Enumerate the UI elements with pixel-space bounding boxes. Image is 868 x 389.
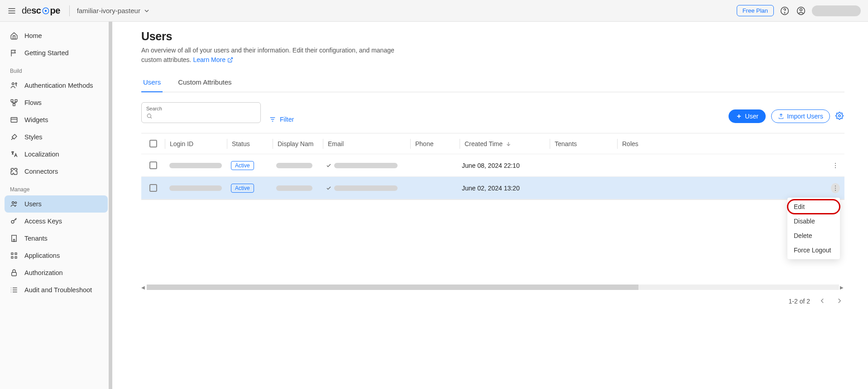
settings-button[interactable] (835, 112, 844, 121)
status-badge: Active (231, 184, 254, 193)
svg-point-37 (147, 114, 151, 117)
chevron-right-icon (835, 297, 844, 305)
col-display-name[interactable]: Display Nam (273, 140, 323, 147)
svg-point-44 (839, 115, 841, 117)
help-icon[interactable] (779, 5, 790, 16)
translate-icon (10, 150, 18, 158)
scroll-left-arrow[interactable]: ◀ (141, 285, 146, 290)
col-status[interactable]: Status (227, 140, 273, 147)
menu-item-delete[interactable]: Delete (787, 228, 840, 243)
logo: desc pe (22, 5, 60, 16)
svg-point-17 (15, 202, 17, 204)
sidebar-item-audit[interactable]: Audit and Troubleshoot (5, 281, 108, 299)
row-checkbox[interactable] (149, 161, 157, 169)
select-all-checkbox[interactable] (149, 140, 157, 147)
sidebar-item-flows[interactable]: Flows (5, 94, 108, 111)
scroll-right-arrow[interactable]: ▶ (840, 285, 844, 290)
widgets-icon (10, 116, 18, 124)
svg-point-6 (784, 12, 785, 13)
svg-rect-12 (15, 100, 17, 102)
free-plan-button[interactable]: Free Plan (737, 5, 774, 16)
tab-custom-attributes[interactable]: Custom Attributes (176, 73, 233, 92)
table-header-row: Login IDStatusDisplay NamEmailPhoneCreat… (141, 133, 844, 154)
table-row[interactable]: ActiveJune 08, 2024 22:10 (141, 154, 844, 177)
table-horizontal-scrollbar[interactable]: ◀ ▶ (141, 284, 844, 290)
sidebar-item-localization[interactable]: Localization (5, 146, 108, 163)
sidebar-item-label: Localization (24, 151, 59, 158)
filter-icon (269, 116, 276, 123)
puzzle-icon (10, 167, 18, 176)
menu-item-disable[interactable]: Disable (787, 214, 840, 228)
tab-users[interactable]: Users (141, 73, 163, 92)
sidebar-section-title: Build (5, 62, 108, 77)
sidebar-item-authorization[interactable]: Authorization (5, 264, 108, 281)
search-input[interactable] (155, 112, 256, 119)
sort-desc-icon (505, 141, 512, 147)
page-title: Users (141, 30, 844, 43)
table-row[interactable]: ActiveJune 02, 2024 13:20EditDisableDele… (141, 177, 844, 199)
apps-icon (10, 251, 18, 260)
filter-button[interactable]: Filter (269, 116, 294, 123)
sidebar-item-tenants[interactable]: Tenants (5, 230, 108, 247)
svg-point-47 (835, 165, 836, 166)
search-input-wrapper: Search (141, 102, 261, 123)
sidebar-item-connectors[interactable]: Connectors (5, 163, 108, 180)
row-actions-button[interactable] (831, 183, 840, 193)
svg-point-4 (45, 10, 46, 11)
col-created-time[interactable]: Created Time (460, 140, 550, 147)
redacted-login-id (169, 185, 222, 191)
sidebar-item-label: Widgets (24, 116, 48, 123)
user-avatar-pill[interactable] (812, 5, 861, 16)
svg-point-16 (12, 202, 14, 204)
more-vertical-icon (832, 185, 839, 192)
sidebar-item-label: Audit and Troubleshoot (24, 286, 92, 294)
import-users-button[interactable]: Import Users (771, 109, 830, 123)
redacted-display-name (276, 163, 312, 168)
svg-point-10 (15, 83, 17, 84)
sidebar-item-getting-started[interactable]: Getting Started (5, 44, 108, 62)
col-roles[interactable]: Roles (618, 140, 826, 147)
learn-more-link[interactable]: Learn More (193, 55, 233, 65)
sidebar-item-auth-methods[interactable]: Authentication Methods (5, 77, 108, 94)
row-actions-button[interactable] (831, 161, 840, 171)
sidebar-item-home[interactable]: Home (5, 27, 108, 44)
add-user-button[interactable]: User (729, 109, 766, 123)
svg-point-50 (835, 187, 836, 188)
search-icon (146, 113, 153, 119)
app-header: desc pe familiar-ivory-pasteur Free Plan (0, 0, 868, 22)
list-icon (10, 286, 18, 294)
sidebar-item-access-keys[interactable]: Access Keys (5, 213, 108, 230)
row-checkbox[interactable] (149, 184, 157, 192)
chevron-left-icon (818, 297, 826, 305)
svg-point-48 (835, 167, 836, 168)
svg-rect-19 (12, 235, 17, 242)
upload-icon (778, 113, 784, 119)
pagination-label: 1-2 of 2 (789, 298, 810, 305)
sidebar-item-users[interactable]: Users (5, 195, 108, 213)
account-icon[interactable] (796, 5, 806, 16)
col-login-id[interactable]: Login ID (165, 140, 227, 147)
prev-page-button[interactable] (818, 297, 827, 306)
flows-icon (10, 99, 18, 107)
sidebar-item-styles[interactable]: Styles (5, 128, 108, 146)
col-phone[interactable]: Phone (411, 140, 460, 147)
sidebar-item-widgets[interactable]: Widgets (5, 111, 108, 128)
svg-rect-24 (14, 239, 15, 242)
next-page-button[interactable] (835, 297, 844, 306)
col-email[interactable]: Email (323, 140, 410, 147)
menu-icon[interactable] (7, 6, 16, 15)
external-link-icon (227, 57, 233, 63)
brush-icon (10, 133, 18, 141)
menu-item-edit[interactable]: Edit (787, 199, 840, 214)
col-tenants[interactable]: Tenants (550, 140, 617, 147)
sidebar-item-applications[interactable]: Applications (5, 247, 108, 264)
project-selector[interactable]: familiar-ivory-pasteur (77, 7, 150, 14)
sidebar-item-label: Getting Started (24, 49, 69, 57)
menu-item-force-logout[interactable]: Force Logout (787, 243, 840, 257)
sidebar-scrollbar[interactable] (109, 22, 112, 389)
svg-rect-25 (11, 253, 13, 255)
sidebar-item-label: Styles (24, 133, 43, 141)
toolbar: Search Filter User Import Users (141, 102, 844, 123)
checkmark-icon (326, 185, 331, 191)
search-label: Search (146, 106, 256, 111)
